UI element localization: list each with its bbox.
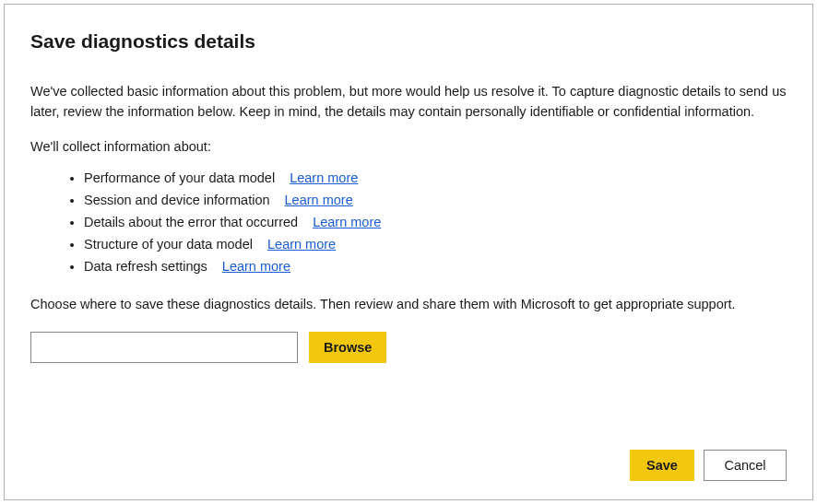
collect-intro-text: We'll collect information about:	[30, 137, 787, 158]
list-item: Details about the error that occurred Le…	[84, 212, 787, 234]
list-item-label: Structure of your data model	[84, 237, 253, 252]
learn-more-link[interactable]: Learn more	[313, 215, 381, 229]
collect-list: Performance of your data model Learn mor…	[30, 168, 787, 278]
choose-location-text: Choose where to save these diagnostics d…	[30, 295, 787, 315]
save-button[interactable]: Save	[630, 450, 694, 481]
list-item: Session and device information Learn mor…	[84, 190, 787, 212]
path-input-row: Browse	[30, 332, 787, 363]
list-item: Data refresh settings Learn more	[84, 256, 787, 278]
browse-button[interactable]: Browse	[309, 332, 386, 363]
save-diagnostics-dialog: Save diagnostics details We've collected…	[4, 4, 813, 500]
list-item: Structure of your data model Learn more	[84, 234, 787, 256]
learn-more-link[interactable]: Learn more	[222, 259, 290, 274]
dialog-title: Save diagnostics details	[30, 30, 787, 53]
dialog-footer: Save Cancel	[630, 450, 787, 481]
list-item-label: Session and device information	[84, 193, 270, 207]
cancel-button[interactable]: Cancel	[704, 450, 787, 481]
learn-more-link[interactable]: Learn more	[285, 193, 353, 207]
list-item: Performance of your data model Learn mor…	[84, 168, 787, 190]
list-item-label: Performance of your data model	[84, 170, 275, 185]
learn-more-link[interactable]: Learn more	[267, 237, 336, 252]
list-item-label: Data refresh settings	[84, 259, 207, 274]
learn-more-link[interactable]: Learn more	[290, 170, 358, 185]
list-item-label: Details about the error that occurred	[84, 215, 298, 229]
save-path-input[interactable]	[30, 332, 298, 363]
intro-text: We've collected basic information about …	[30, 82, 787, 123]
